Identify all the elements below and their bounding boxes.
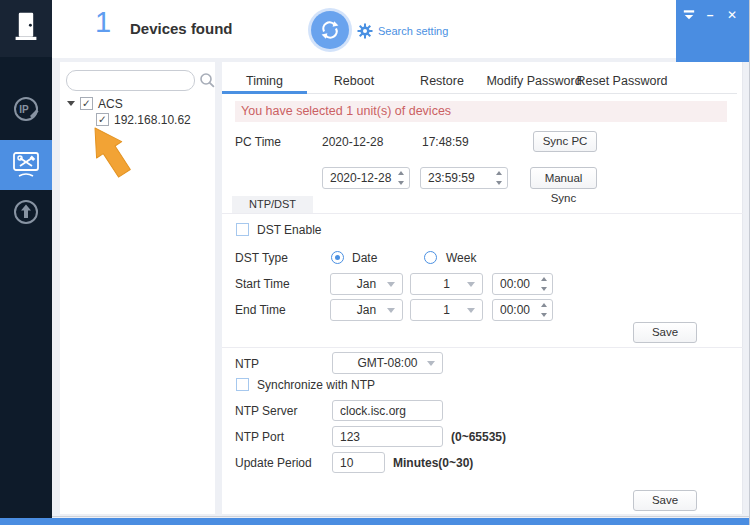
dropdown-arrow-icon	[467, 282, 475, 287]
ntp-timezone-value: GMT-08:00	[357, 356, 417, 370]
ip-modify-icon: IP	[10, 94, 42, 126]
end-month-select[interactable]: Jan	[330, 299, 403, 321]
update-period-hint: Minutes(0~30)	[393, 456, 473, 470]
start-day-value: 1	[443, 277, 450, 291]
dst-type-label: DST Type	[235, 251, 288, 265]
pc-time-clock: 17:48:59	[422, 135, 469, 149]
ntp-port-input[interactable]	[332, 426, 443, 447]
sync-ntp-label: Synchronize with NTP	[257, 378, 375, 392]
refresh-button[interactable]	[311, 11, 349, 49]
end-clock-spinner[interactable]	[492, 299, 553, 321]
search-icon[interactable]	[199, 72, 215, 88]
dst-type-week-radio[interactable]	[424, 251, 437, 264]
skin-icon	[681, 7, 697, 23]
active-tab-underline	[222, 91, 307, 94]
subtab-divider	[222, 213, 743, 214]
dropdown-arrow-icon	[467, 308, 475, 313]
clock-step-up-icon[interactable]	[541, 303, 547, 307]
end-month-value: Jan	[357, 303, 376, 317]
dst-enable-label: DST Enable	[257, 223, 321, 237]
pc-time-date: 2020-12-28	[322, 135, 383, 149]
header: 1 Devices found	[52, 0, 750, 58]
main-panel: Timing Reboot Restore Modify Password Re…	[222, 62, 743, 514]
update-period-input[interactable]	[332, 452, 385, 473]
ntp-server-label: NTP Server	[235, 404, 297, 418]
manual-time-input[interactable]	[420, 167, 508, 189]
start-month-select[interactable]: Jan	[330, 273, 403, 295]
dst-enable-checkbox[interactable]	[236, 223, 249, 236]
bottom-divider	[52, 516, 750, 517]
dst-type-week-label[interactable]: Week	[446, 251, 476, 265]
upgrade-icon	[10, 196, 42, 228]
time-step-down-icon[interactable]	[496, 181, 502, 185]
gear-icon	[357, 23, 373, 39]
end-day-value: 1	[443, 303, 450, 317]
start-day-select[interactable]: 1	[410, 273, 483, 295]
selection-banner: You have selected 1 unit(s) of devices	[235, 101, 727, 122]
device-count: 1	[95, 6, 111, 39]
ntp-save-button[interactable]: Save	[633, 490, 697, 511]
clock-step-down-icon[interactable]	[541, 313, 547, 317]
clock-step-up-icon[interactable]	[541, 277, 547, 281]
bottom-border-bar	[0, 518, 750, 525]
device-settings-icon	[10, 149, 42, 181]
ntp-server-input[interactable]	[332, 400, 443, 421]
start-time-label: Start Time	[235, 277, 290, 291]
sync-pc-button[interactable]: Sync PC	[533, 131, 597, 152]
dropdown-arrow-icon	[387, 308, 395, 313]
devices-found-label: Devices found	[130, 20, 233, 37]
sidebar: IP	[0, 0, 52, 518]
time-step-up-icon[interactable]	[496, 171, 502, 175]
skin-menu-button[interactable]	[680, 7, 698, 23]
section-divider	[222, 347, 743, 348]
annotation-arrow	[75, 120, 145, 190]
tab-reset-password[interactable]: Reset Password	[574, 70, 670, 92]
pc-time-label: PC Time	[235, 135, 281, 149]
sidebar-item-ip-modify[interactable]: IP	[0, 88, 52, 132]
end-time-label: End Time	[235, 303, 286, 317]
ntp-timezone-select[interactable]: GMT-08:00	[332, 352, 443, 374]
tab-bar: Timing Reboot Restore Modify Password Re…	[222, 70, 743, 94]
sidebar-item-device-settings[interactable]	[0, 140, 52, 190]
titlebar-controls: – ✕	[676, 0, 750, 62]
close-button[interactable]: ✕	[724, 8, 740, 22]
ntp-port-label: NTP Port	[235, 430, 284, 444]
dst-type-date-radio[interactable]	[331, 251, 344, 264]
tree-group-checkbox[interactable]: ✓	[80, 97, 93, 110]
date-step-down-icon[interactable]	[398, 181, 404, 185]
subtab-ntp-dst[interactable]: NTP/DST	[232, 196, 313, 213]
tab-modify-password[interactable]: Modify Password	[486, 70, 582, 92]
manual-date-input[interactable]	[322, 167, 410, 189]
dst-save-button[interactable]: Save	[633, 322, 697, 343]
device-search-input[interactable]	[66, 70, 195, 91]
dropdown-arrow-icon	[387, 282, 395, 287]
manual-sync-button[interactable]: Manual Sync	[530, 167, 597, 189]
date-step-up-icon[interactable]	[398, 171, 404, 175]
svg-text:IP: IP	[19, 104, 29, 115]
clock-step-down-icon[interactable]	[541, 287, 547, 291]
end-day-select[interactable]: 1	[410, 299, 483, 321]
sync-ntp-checkbox[interactable]	[236, 378, 249, 391]
sidebar-item-upgrade[interactable]	[0, 192, 52, 236]
tab-restore[interactable]: Restore	[398, 70, 486, 92]
dropdown-arrow-icon	[427, 361, 435, 366]
start-month-value: Jan	[357, 277, 376, 291]
ntp-label: NTP	[235, 357, 259, 371]
config-tool-window: IP 1 Devices found	[0, 0, 750, 525]
tree-expander-icon[interactable]	[67, 101, 75, 106]
door-logo-icon	[10, 9, 42, 47]
dst-type-date-label[interactable]: Date	[352, 251, 377, 265]
update-period-label: Update Period	[235, 456, 312, 470]
tree-group-row[interactable]: ✓ ACS	[60, 96, 215, 111]
start-clock-spinner[interactable]	[492, 273, 553, 295]
tab-timing[interactable]: Timing	[222, 70, 307, 92]
tab-reboot[interactable]: Reboot	[310, 70, 398, 92]
tree-group-label[interactable]: ACS	[98, 97, 123, 111]
minimize-button[interactable]: –	[702, 8, 718, 22]
refresh-icon	[318, 18, 342, 42]
search-setting-label: Search setting	[378, 25, 448, 37]
manual-time-spinner[interactable]	[420, 167, 508, 189]
ntp-port-hint: (0~65535)	[451, 430, 506, 444]
manual-date-spinner[interactable]	[322, 167, 410, 189]
app-logo	[0, 0, 52, 57]
